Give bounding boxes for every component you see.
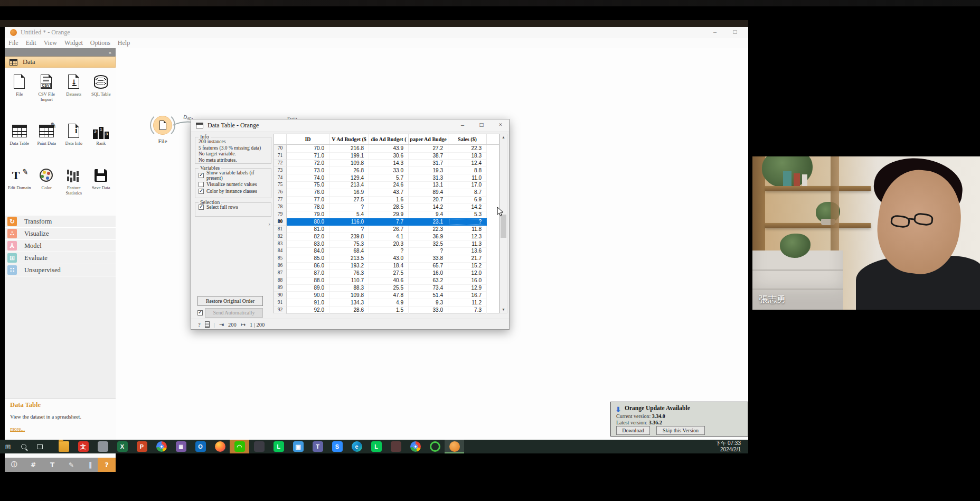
table-cell[interactable]: 24.6 (369, 181, 409, 189)
table-cell[interactable]: ? (329, 226, 369, 234)
minimize-button[interactable]: – (710, 28, 720, 36)
table-cell[interactable]: 33.0 (409, 307, 448, 314)
text-icon[interactable]: T (43, 461, 62, 469)
table-cell[interactable]: 129.4 (329, 174, 369, 182)
table-scrollbar[interactable]: ▲ ▼ (500, 134, 507, 313)
table-cell[interactable]: 76.3 (329, 270, 369, 277)
table-cell[interactable]: 40.6 (369, 277, 409, 285)
table-cell[interactable]: 8.7 (448, 189, 487, 197)
checkbox[interactable] (199, 182, 204, 187)
table-cell[interactable]: 17.0 (448, 181, 487, 189)
column-header[interactable]: dio Ad Budget ( (369, 134, 409, 144)
grid-icon[interactable]: # (24, 461, 43, 469)
data-table-titlebar[interactable]: Data Table - Orange – □ × (191, 119, 509, 132)
menu-options[interactable]: Options (90, 39, 110, 47)
table-cell[interactable]: 26.7 (369, 226, 409, 234)
widget-data-table[interactable]: Data Table (6, 120, 33, 163)
table-cell[interactable]: 43.9 (369, 145, 409, 153)
table-cell[interactable]: 22.3 (448, 145, 487, 153)
table-cell[interactable]: 216.8 (329, 145, 369, 153)
table-row-83[interactable]: 8383.075.320.332.511.3 (274, 240, 499, 248)
table-cell[interactable]: 25.5 (369, 284, 409, 292)
help-icon[interactable]: ? (198, 322, 201, 328)
panel-collapse-arrow[interactable]: › (268, 220, 270, 228)
widget-color[interactable]: Color (33, 164, 61, 212)
table-cell[interactable]: 70.0 (287, 145, 329, 153)
table-cell[interactable]: 22.3 (409, 226, 448, 234)
table-cell[interactable]: 27.5 (369, 270, 409, 277)
sidebar-category-unsupervised[interactable]: ∷Unsupervised (5, 264, 116, 276)
table-row-81[interactable]: 8181.0?26.722.311.8 (274, 226, 499, 233)
dt-minimize-button[interactable]: – (457, 121, 468, 129)
table-cell[interactable]: 4.1 (369, 233, 409, 241)
help-button[interactable]: ? (98, 458, 116, 472)
table-row-78[interactable]: 7878.0?28.514.214.2 (274, 203, 499, 211)
table-cell[interactable]: 11.8 (448, 226, 487, 234)
table-cell[interactable]: 1.6 (369, 196, 409, 204)
taskbar-icon-chrome[interactable] (152, 440, 171, 453)
table-row-71[interactable]: 7171.0199.130.638.718.3 (274, 152, 499, 160)
table-row-82[interactable]: 8282.0239.84.136.912.3 (274, 233, 499, 240)
taskbar-icon-line-2[interactable]: L (366, 440, 386, 453)
table-cell[interactable]: 81.0 (287, 226, 329, 234)
widget-paint-data[interactable]: ✎Paint Data (33, 120, 61, 163)
taskbar-icon-powerpoint[interactable]: P (132, 440, 152, 453)
table-row-74[interactable]: 7474.0129.45.731.311.0 (274, 174, 499, 182)
menu-widget[interactable]: Widget (64, 39, 83, 47)
start-button[interactable]: ⊞ (0, 443, 16, 451)
menu-file[interactable]: File (8, 39, 18, 47)
task-view-icon[interactable] (32, 444, 48, 449)
taskbar-icon-file-explorer[interactable] (54, 440, 73, 453)
table-cell[interactable]: 82.0 (287, 233, 329, 241)
widget-edit-domain[interactable]: T✎Edit Domain (6, 164, 33, 212)
draw-icon[interactable]: ✎ (62, 461, 81, 469)
table-cell[interactable]: 74.0 (287, 174, 329, 182)
table-cell[interactable]: 4.9 (369, 299, 409, 307)
table-cell[interactable]: 19.3 (409, 167, 448, 175)
table-row-70[interactable]: 7070.0216.843.927.222.3 (274, 145, 499, 152)
column-header[interactable]: ID (287, 134, 329, 144)
table-cell[interactable]: 36.9 (409, 233, 448, 241)
menu-edit[interactable]: Edit (26, 39, 36, 47)
table-cell[interactable]: 68.4 (329, 247, 369, 255)
table-cell[interactable]: 79.0 (287, 211, 329, 219)
table-cell[interactable]: 109.8 (329, 160, 369, 168)
table-cell[interactable]: 73.4 (409, 284, 448, 292)
table-cell[interactable]: 15.2 (448, 262, 487, 270)
taskbar-icon-firefox[interactable] (210, 440, 230, 453)
sidebar-category-model[interactable]: ⅄Model (5, 240, 116, 252)
sidebar-category-evaluate[interactable]: ⊞Evaluate (5, 252, 116, 264)
taskbar-icon-winrar[interactable]: ≣ (171, 440, 191, 453)
table-row-88[interactable]: 8888.0110.740.663.216.0 (274, 277, 499, 284)
table-cell[interactable]: 83.0 (287, 240, 329, 248)
dt-close-button[interactable]: × (495, 121, 506, 129)
table-cell[interactable]: 13.1 (409, 181, 448, 189)
checkbox[interactable] (199, 189, 204, 194)
table-cell[interactable]: 27.5 (329, 196, 369, 204)
table-row-89[interactable]: 8989.088.325.573.412.9 (274, 284, 499, 292)
table-cell[interactable]: 84.0 (287, 247, 329, 255)
table-cell[interactable]: 14.2 (409, 203, 448, 211)
table-cell[interactable]: 92.0 (287, 307, 329, 314)
table-cell[interactable]: 78.0 (287, 203, 329, 211)
table-cell[interactable]: 51.4 (409, 292, 448, 300)
skip-version-button[interactable]: Skip this Version (656, 426, 705, 435)
table-cell[interactable]: 7.7 (369, 218, 409, 226)
taskbar-icon-orange[interactable] (445, 440, 464, 453)
taskbar-icon-red-app[interactable]: 文 (73, 440, 93, 453)
table-cell[interactable]: 88.3 (329, 284, 369, 292)
table-row-84[interactable]: 8484.068.4??13.6 (274, 247, 499, 255)
table-cell[interactable]: 9.4 (409, 211, 448, 219)
table-cell[interactable]: 43.7 (369, 189, 409, 197)
pause-icon[interactable]: ‖ (81, 461, 100, 469)
table-cell[interactable]: 12.0 (448, 270, 487, 277)
table-cell[interactable]: 32.5 (409, 240, 448, 248)
table-row-92[interactable]: 9292.028.61.533.07.3 (274, 307, 499, 314)
column-header[interactable]: V Ad Budget ($ (329, 134, 369, 144)
table-cell[interactable]: 7.3 (448, 307, 487, 314)
menu-view[interactable]: View (44, 39, 57, 47)
more-link[interactable]: more... (10, 426, 25, 432)
table-cell[interactable]: 16.7 (448, 292, 487, 300)
taskbar-icon-green-ring[interactable] (425, 440, 445, 453)
widget-rank[interactable]: 213Rank (88, 120, 115, 163)
